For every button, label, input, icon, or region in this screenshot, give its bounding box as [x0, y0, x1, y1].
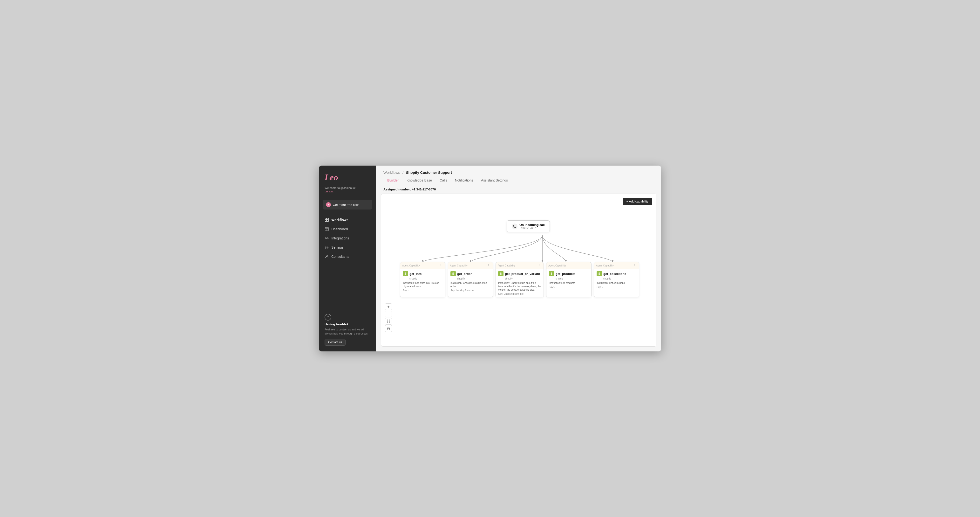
capability-instruction-4: Instruction: List collections: [597, 281, 636, 285]
svg-rect-2: [325, 220, 326, 222]
top-bar: Workflows / Shopify Customer Support Bui…: [376, 166, 661, 185]
free-calls-banner[interactable]: ★ Get more free calls: [323, 200, 372, 209]
svg-rect-3: [327, 220, 328, 222]
free-calls-text: Get more free calls: [333, 203, 359, 207]
zoom-in-button[interactable]: +: [385, 303, 392, 310]
phone-icon: 📞: [512, 223, 517, 229]
capability-more-btn-0[interactable]: ⋮: [438, 263, 443, 268]
capability-card-header-0: Agent Capability ⋮: [400, 262, 445, 269]
capability-card-get-products[interactable]: Agent Capability ⋮ S get_products shopif…: [546, 262, 592, 297]
trigger-node-label: On incoming call: [519, 223, 545, 227]
sidebar-item-workflows-label: Workflows: [331, 218, 348, 222]
sidebar-logo-area: Leo: [319, 166, 376, 184]
app-window: Leo Welcome tal@askleo.io! Logout ★ Get …: [319, 166, 661, 351]
svg-rect-19: [387, 322, 388, 323]
breadcrumb: Workflows / Shopify Customer Support: [383, 171, 654, 174]
lock-button[interactable]: [385, 325, 392, 332]
capability-name-0: get_info: [409, 272, 422, 276]
capability-cards-row: Agent Capability ⋮ S get_info shopify In…: [400, 262, 639, 297]
breadcrumb-current: Shopify Customer Support: [406, 171, 452, 174]
svg-rect-1: [327, 218, 328, 220]
tab-assistant-settings[interactable]: Assistant Settings: [477, 176, 512, 185]
capability-say-4: Say: -: [597, 286, 636, 289]
contact-us-button[interactable]: Contact us: [325, 339, 345, 346]
trigger-node[interactable]: 📞 On incoming call +13412176676: [507, 220, 550, 232]
sidebar-item-consultants[interactable]: Consultants: [319, 252, 376, 261]
capability-card-header-1: Agent Capability ⋮: [448, 262, 493, 269]
zoom-out-button[interactable]: −: [385, 311, 392, 318]
shopify-icon-4: S: [597, 271, 602, 276]
capability-card-body-2: S get_product_or_variant shopify Instruc…: [496, 269, 544, 297]
capability-more-btn-3[interactable]: ⋮: [584, 263, 589, 268]
tab-calls[interactable]: Calls: [436, 176, 451, 185]
capability-instruction-3: Instruction: List products: [549, 281, 589, 285]
svg-marker-16: [612, 260, 614, 262]
fit-button[interactable]: [385, 318, 392, 325]
capability-card-get-info[interactable]: Agent Capability ⋮ S get_info shopify In…: [400, 262, 445, 297]
capability-instruction-2: Instruction: Check details about the ite…: [498, 281, 541, 292]
shopify-icon-0: S: [403, 271, 408, 276]
capability-name-3: get_products: [555, 272, 575, 276]
capability-card-get-collections[interactable]: Agent Capability ⋮ S get_collections sho…: [594, 262, 639, 297]
capability-brand-4: shopify: [603, 277, 636, 280]
capability-title-row-4: S get_collections: [597, 271, 636, 276]
capability-name-2: get_product_or_variant: [505, 272, 540, 276]
capability-instruction-1: Instruction: Check the status of an orde…: [450, 281, 490, 288]
trigger-node-sublabel: +13412176676: [519, 227, 545, 230]
consultants-icon: [325, 254, 329, 259]
capability-card-get-product-variant[interactable]: Agent Capability ⋮ S get_product_or_vari…: [496, 262, 544, 297]
sidebar: Leo Welcome tal@askleo.io! Logout ★ Get …: [319, 166, 376, 351]
capability-more-btn-1[interactable]: ⋮: [486, 263, 491, 268]
shopify-icon-3: S: [549, 271, 554, 276]
sidebar-bottom: ? Having trouble? Feel free to contact u…: [319, 310, 376, 351]
capability-card-body-4: S get_collections shopify Instruction: L…: [594, 269, 639, 290]
svg-marker-13: [469, 260, 471, 262]
sidebar-nav: Workflows Dashboard: [319, 213, 376, 310]
capability-title-row-3: S get_products: [549, 271, 589, 276]
logo: Leo: [325, 172, 371, 182]
assigned-number-label: Assigned number:: [383, 188, 411, 191]
capability-title-row-0: S get_info: [403, 271, 443, 276]
sidebar-item-integrations[interactable]: Integrations: [319, 234, 376, 243]
capability-card-body-3: S get_products shopify Instruction: List…: [546, 269, 591, 290]
capability-more-btn-4[interactable]: ⋮: [632, 263, 637, 268]
shopify-icon-2: S: [498, 271, 503, 276]
breadcrumb-separator: /: [402, 171, 403, 174]
sidebar-item-dashboard-label: Dashboard: [331, 227, 348, 231]
workflow-canvas: + Add capability: [381, 193, 656, 346]
assigned-number-value: +1 341-217-6676: [412, 188, 436, 191]
welcome-text: Welcome tal@askleo.io!: [325, 186, 371, 190]
add-capability-button[interactable]: + Add capability: [623, 198, 652, 205]
capability-name-4: get_collections: [603, 272, 626, 276]
capability-brand-2: shopify: [505, 277, 541, 280]
free-calls-icon: ★: [326, 202, 331, 207]
svg-rect-18: [389, 320, 390, 321]
svg-rect-17: [387, 320, 388, 321]
capability-instruction-0: Instruction: Get store info, like our ph…: [403, 281, 443, 288]
zoom-controls: + −: [385, 303, 392, 332]
logout-link[interactable]: Logout: [325, 190, 371, 193]
help-icon: ?: [325, 314, 331, 321]
breadcrumb-parent[interactable]: Workflows: [383, 171, 400, 174]
tab-notifications[interactable]: Notifications: [451, 176, 477, 185]
sidebar-item-consultants-label: Consultants: [331, 255, 349, 258]
tab-bar: Builder Knowledge Base Calls Notificatio…: [383, 176, 654, 185]
sidebar-item-dashboard[interactable]: Dashboard: [319, 225, 376, 234]
capability-card-body-1: S get_order shopify Instruction: Check t…: [448, 269, 493, 294]
capability-more-btn-2[interactable]: ⋮: [537, 263, 542, 268]
capability-say-0: Say: -: [403, 289, 443, 292]
assigned-number-row: Assigned number: +1 341-217-6676: [376, 185, 661, 191]
svg-marker-14: [541, 260, 543, 262]
sidebar-item-workflows[interactable]: Workflows: [319, 215, 376, 225]
sidebar-item-settings[interactable]: Settings: [319, 243, 376, 252]
capability-brand-3: shopify: [555, 277, 589, 280]
capability-say-1: Say: Looking for order: [450, 289, 490, 292]
tab-builder[interactable]: Builder: [383, 176, 403, 185]
workflows-icon: [325, 218, 329, 222]
capability-card-header-2: Agent Capability ⋮: [496, 262, 544, 269]
capability-card-get-order[interactable]: Agent Capability ⋮ S get_order shopify I…: [448, 262, 493, 297]
having-trouble-desc: Feel free to contact us and we will alwa…: [325, 327, 371, 335]
tab-knowledge-base[interactable]: Knowledge Base: [403, 176, 436, 185]
capability-card-header-3: Agent Capability ⋮: [546, 262, 591, 269]
capability-card-body-0: S get_info shopify Instruction: Get stor…: [400, 269, 445, 294]
